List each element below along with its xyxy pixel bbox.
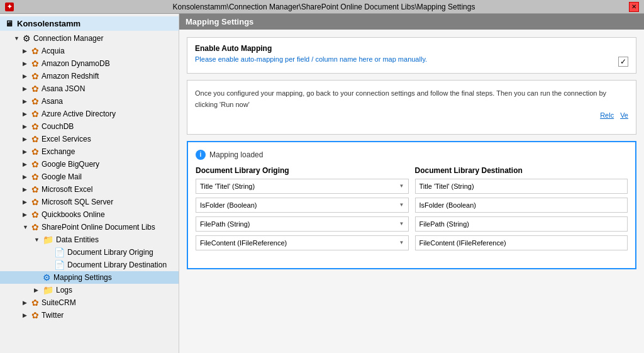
cog-icon: ✿ xyxy=(31,310,39,320)
sidebar-item-microsoft-excel[interactable]: ▶ ✿ Microsoft Excel xyxy=(0,183,179,196)
cog-icon: ✿ xyxy=(31,134,39,144)
auto-mapping-description: Please enable auto-mapping per field / c… xyxy=(195,55,427,67)
dropdown-arrow-icon: ▼ xyxy=(399,221,404,227)
arrow: ▼ xyxy=(23,224,31,230)
title-bar-text: Konsolenstamm\Connection Manager\SharePo… xyxy=(19,3,629,11)
mapping-loaded-bar: i Mapping loaded xyxy=(196,150,628,160)
title-bar: ✦ Konsolenstamm\Connection Manager\Share… xyxy=(0,0,644,14)
arrow: ▶ xyxy=(23,312,31,318)
sidebar-item-doc-lib-destination[interactable]: ▶ 📄 Document Library Destination xyxy=(0,259,179,271)
cog-icon: ✿ xyxy=(31,222,39,232)
origin-header: Document Library Origing xyxy=(196,166,409,175)
dropdown-arrow-icon: ▼ xyxy=(399,240,404,245)
cog-icon: ✿ xyxy=(31,184,39,194)
cog-icon: ✿ xyxy=(31,71,39,81)
sidebar-root[interactable]: 🖥 Konsolenstamm xyxy=(0,16,179,31)
auto-mapping-checkbox[interactable] xyxy=(618,57,628,67)
expand-arrow: ▼ xyxy=(14,35,23,42)
connection-manager-icon: ⚙ xyxy=(23,33,31,43)
dest-field-2: FilePath (String) xyxy=(415,216,628,232)
sidebar-item-google-bigquery[interactable]: ▶ ✿ Google BigQuery xyxy=(0,158,179,171)
arrow: ▶ xyxy=(23,111,31,117)
data-icon: 📄 xyxy=(54,260,65,270)
field-row-3-origin: FileContent (IFileReference) ▼ xyxy=(196,235,409,250)
origin-field-select-2[interactable]: FilePath (String) ▼ xyxy=(196,216,409,232)
sidebar-item-asana[interactable]: ▶ ✿ Asana xyxy=(0,95,179,108)
sidebar-item-data-entities[interactable]: ▼ 📁 Data Entities xyxy=(0,233,179,246)
arrow: ▶ xyxy=(23,174,31,180)
sidebar-item-amazon-dynamodb[interactable]: ▶ ✿ Amazon DynamoDB xyxy=(0,57,179,70)
auto-mapping-section: Enable Auto Mapping Please enable auto-m… xyxy=(187,37,636,74)
field-row-0-dest: Title 'Titel' (String) xyxy=(415,179,628,194)
sidebar-item-asana-json[interactable]: ▶ ✿ Asana JSON xyxy=(0,82,179,95)
sidebar-item-mapping-settings[interactable]: ▶ ⚙ Mapping Settings xyxy=(0,271,179,284)
sidebar-item-suitecrm[interactable]: ▶ ✿ SuiteCRM xyxy=(0,296,179,309)
main-layout: 🖥 Konsolenstamm ▼ ⚙ Connection Manager ▶… xyxy=(0,14,644,353)
dest-field-0: Title 'Titel' (String) xyxy=(415,179,628,194)
dropdown-arrow-icon: ▼ xyxy=(399,202,404,208)
arrow: ▶ xyxy=(23,199,31,205)
origin-field-select-3[interactable]: FileContent (IFileReference) ▼ xyxy=(196,235,409,250)
content-header: Mapping Settings xyxy=(179,14,644,30)
sidebar-item-amazon-redshift[interactable]: ▶ ✿ Amazon Redshift xyxy=(0,70,179,82)
arrow: ▶ xyxy=(23,211,31,218)
sidebar-item-excel-services[interactable]: ▶ ✿ Excel Services xyxy=(0,133,179,145)
origin-field-select-1[interactable]: IsFolder (Boolean) ▼ xyxy=(196,198,409,213)
settings-icon: ⚙ xyxy=(43,272,51,283)
dropdown-arrow-icon: ▼ xyxy=(399,183,404,189)
info-text: Once you configured your mapping, go bac… xyxy=(187,80,636,135)
app-icon: ✦ xyxy=(5,3,14,11)
dest-field-1: IsFolder (Boolean) xyxy=(415,198,628,213)
destination-header: Document Library Destination xyxy=(415,166,628,175)
cog-icon: ✿ xyxy=(31,109,39,119)
cog-icon: ✿ xyxy=(31,210,39,220)
info-circle-icon: i xyxy=(196,150,206,160)
sidebar-items: ▶ ✿ Acquia ▶ ✿ Amazon DynamoDB ▶ ✿ Amazo… xyxy=(0,45,179,322)
auto-mapping-title: Enable Auto Mapping xyxy=(195,44,628,53)
sidebar-item-microsoft-sql-server[interactable]: ▶ ✿ Microsoft SQL Server xyxy=(0,196,179,208)
arrow: ▶ xyxy=(23,186,31,193)
sidebar-item-quickbooks[interactable]: ▶ ✿ Quickbooks Online xyxy=(0,208,179,221)
field-row-3-dest: FileContent (IFileReference) xyxy=(415,235,628,250)
sidebar-item-logs[interactable]: ▶ 📁 Logs xyxy=(0,284,179,296)
close-button[interactable]: ✕ xyxy=(629,2,639,12)
cog-icon: ✿ xyxy=(31,84,39,94)
sidebar-item-sharepoint[interactable]: ▼ ✿ SharePoint Online Document Libs xyxy=(0,221,179,233)
field-row-0-origin: Title 'Titel' (String) ▼ xyxy=(196,179,409,194)
arrow: ▼ xyxy=(34,237,43,243)
reload-link[interactable]: Relc xyxy=(600,110,614,121)
konsolenstamm-icon: 🖥 xyxy=(5,19,13,28)
arrow: ▶ xyxy=(34,287,43,293)
field-row-1-dest: IsFolder (Boolean) xyxy=(415,198,628,213)
sidebar-item-couchdb[interactable]: ▶ ✿ CouchDB xyxy=(0,120,179,133)
mapping-loaded-text: Mapping loaded xyxy=(209,150,263,159)
cog-icon: ✿ xyxy=(31,59,39,69)
arrow: ▶ xyxy=(23,98,31,104)
sidebar-item-acquia[interactable]: ▶ ✿ Acquia xyxy=(0,45,179,57)
arrow: ▶ xyxy=(23,48,31,54)
sidebar-item-twitter[interactable]: ▶ ✿ Twitter xyxy=(0,309,179,322)
sidebar-item-exchange[interactable]: ▶ ✿ Exchange xyxy=(0,145,179,158)
sidebar-item-doc-lib-origing[interactable]: ▶ 📄 Document Library Origing xyxy=(0,246,179,259)
arrow: ▶ xyxy=(23,136,31,142)
folder-icon: 📁 xyxy=(43,235,53,245)
cog-icon: ✿ xyxy=(31,121,39,132)
cog-icon: ✿ xyxy=(31,172,39,182)
cog-icon: ✿ xyxy=(31,298,39,308)
cog-icon: ✿ xyxy=(31,197,39,207)
sidebar-item-connection-manager[interactable]: ▼ ⚙ Connection Manager xyxy=(0,32,179,45)
dest-field-3: FileContent (IFileReference) xyxy=(415,235,628,250)
origin-field-select-0[interactable]: Title 'Titel' (String) ▼ xyxy=(196,179,409,194)
field-row-1-origin: IsFolder (Boolean) ▼ xyxy=(196,198,409,213)
mapping-columns: Document Library Origing Title 'Titel' (… xyxy=(196,166,628,254)
sidebar-item-google-mail[interactable]: ▶ ✿ Google Mail xyxy=(0,171,179,183)
mapping-panel: i Mapping loaded Document Library Origin… xyxy=(187,141,636,269)
auto-mapping-row: Please enable auto-mapping per field / c… xyxy=(195,55,628,67)
sidebar-item-azure-active-directory[interactable]: ▶ ✿ Azure Active Directory xyxy=(0,108,179,120)
verify-link[interactable]: Ve xyxy=(620,110,628,121)
arrow: ▶ xyxy=(23,60,31,67)
sidebar: 🖥 Konsolenstamm ▼ ⚙ Connection Manager ▶… xyxy=(0,14,179,353)
field-row-2-dest: FilePath (String) xyxy=(415,216,628,232)
arrow: ▶ xyxy=(23,300,31,306)
cog-icon: ✿ xyxy=(31,159,39,169)
